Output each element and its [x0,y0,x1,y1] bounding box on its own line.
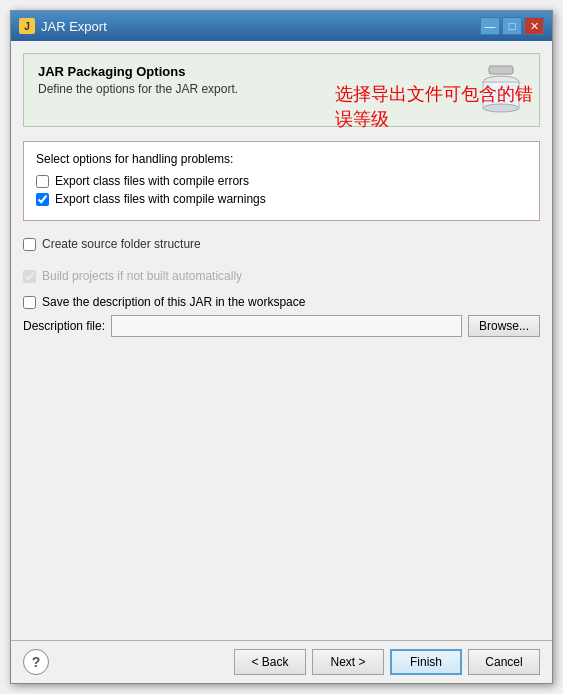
main-content: Select options for handling problems: Ex… [23,137,540,628]
compile-warnings-label: Export class files with compile warnings [55,192,266,206]
back-button[interactable]: < Back [234,649,306,675]
minimize-button[interactable]: — [480,17,500,35]
compile-errors-row: Export class files with compile errors [36,174,527,188]
compile-errors-label: Export class files with compile errors [55,174,249,188]
create-source-folder-checkbox[interactable] [23,238,36,251]
description-section: Save the description of this JAR in the … [23,295,540,337]
nav-buttons: < Back Next > Finish Cancel [234,649,540,675]
compile-errors-checkbox[interactable] [36,175,49,188]
description-file-row: Description file: Browse... [23,315,540,337]
build-projects-label: Build projects if not built automaticall… [42,269,242,283]
page-subtitle: Define the options for the JAR export. [38,82,467,96]
save-description-label: Save the description of this JAR in the … [42,295,305,309]
cancel-button[interactable]: Cancel [468,649,540,675]
description-file-label: Description file: [23,319,105,333]
options-title: Select options for handling problems: [36,152,527,166]
save-description-checkbox[interactable] [23,296,36,309]
create-source-folder-label: Create source folder structure [42,237,201,251]
window-icon: J [19,18,35,34]
window-title: JAR Export [41,19,107,34]
options-box: Select options for handling problems: Ex… [23,141,540,221]
next-button[interactable]: Next > [312,649,384,675]
jar-export-window: J JAR Export — □ ✕ JAR Packaging Options… [10,10,553,684]
header-section: JAR Packaging Options Define the options… [23,53,540,127]
close-button[interactable]: ✕ [524,17,544,35]
maximize-button[interactable]: □ [502,17,522,35]
create-source-folder-row: Create source folder structure [23,231,540,253]
svg-point-3 [483,104,519,112]
spacer [23,347,540,624]
compile-warnings-row: Export class files with compile warnings [36,192,527,206]
header-text: JAR Packaging Options Define the options… [38,64,467,96]
content-area: JAR Packaging Options Define the options… [11,41,552,640]
page-title: JAR Packaging Options [38,64,467,79]
title-controls: — □ ✕ [480,17,544,35]
jar-icon [477,64,525,116]
compile-warnings-checkbox[interactable] [36,193,49,206]
description-file-input[interactable] [111,315,462,337]
button-bar: ? < Back Next > Finish Cancel [11,640,552,683]
title-bar: J JAR Export — □ ✕ [11,11,552,41]
svg-rect-0 [489,66,513,74]
finish-button[interactable]: Finish [390,649,462,675]
title-bar-left: J JAR Export [19,18,107,34]
browse-button[interactable]: Browse... [468,315,540,337]
svg-point-4 [491,84,499,88]
build-projects-row: Build projects if not built automaticall… [23,263,540,285]
help-button[interactable]: ? [23,649,49,675]
save-description-row: Save the description of this JAR in the … [23,295,540,309]
build-projects-checkbox[interactable] [23,270,36,283]
